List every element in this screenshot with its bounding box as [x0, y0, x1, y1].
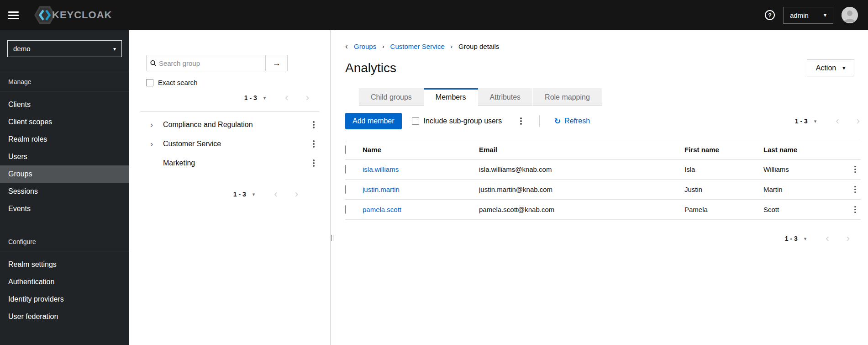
sidebar-item-events[interactable]: Events — [0, 200, 129, 218]
sidebar-item-groups[interactable]: Groups — [0, 165, 129, 183]
realm-selector[interactable]: demo ▾ — [7, 40, 122, 57]
pagination-prev-icon[interactable]: ‹ — [826, 234, 829, 244]
action-label: Action — [816, 64, 836, 72]
tab-child-groups[interactable]: Child groups — [359, 88, 424, 106]
avatar[interactable] — [842, 7, 858, 23]
column-header-email[interactable]: Email — [479, 140, 684, 159]
expand-chevron-icon[interactable]: › — [150, 139, 163, 149]
sidebar-item-realm-settings[interactable]: Realm settings — [0, 256, 129, 273]
member-email: isla.williams@knab.com — [479, 159, 684, 180]
include-subgroups-checkbox[interactable] — [412, 117, 419, 125]
group-tree-list: › Compliance and Regulation › Customer S… — [129, 111, 330, 173]
tree-pagination-bottom: 1 - 3 ▾ ‹ › — [129, 189, 298, 199]
sidebar-item-identity-providers[interactable]: Identity providers — [0, 291, 129, 308]
pagination-prev-icon[interactable]: ‹ — [274, 189, 277, 199]
nav-section-configure: Configure Realm settings Authentication … — [0, 231, 129, 325]
row-kebab-menu-icon[interactable] — [852, 164, 858, 175]
expand-chevron-icon[interactable]: › — [150, 120, 163, 130]
member-username-link[interactable]: justin.martin — [363, 186, 400, 193]
toolbar-kebab-menu-icon[interactable] — [518, 116, 524, 127]
action-dropdown-button[interactable]: Action ▾ — [807, 59, 854, 76]
row-kebab-menu-icon[interactable] — [852, 184, 858, 195]
table-row: justin.martin justin.martin@knab.com Jus… — [345, 180, 861, 200]
breadcrumb-current: Group details — [458, 42, 499, 50]
caret-down-icon[interactable]: ▾ — [804, 236, 807, 242]
caret-down-icon: ▾ — [113, 46, 116, 52]
tree-pagination-top: 1 - 3 ▾ ‹ › — [129, 93, 309, 103]
tabs: Child groups Members Attributes Role map… — [359, 88, 861, 106]
sidebar-item-realm-roles[interactable]: Realm roles — [0, 131, 129, 148]
nav-section-title-manage: Manage — [0, 71, 129, 91]
sidebar-item-sessions[interactable]: Sessions — [0, 183, 129, 200]
pagination-next-icon[interactable]: › — [857, 116, 860, 126]
title-row: Analytics Action ▾ — [345, 59, 861, 76]
row-checkbox[interactable] — [345, 165, 346, 174]
avatar-silhouette-icon — [842, 7, 858, 23]
pagination-next-icon[interactable]: › — [847, 234, 850, 244]
group-name[interactable]: Marketing — [163, 159, 311, 167]
pagination-prev-icon[interactable]: ‹ — [285, 93, 288, 103]
pagination-next-icon[interactable]: › — [306, 93, 309, 103]
panel-resizer-handle[interactable] — [330, 30, 334, 345]
username: admin — [790, 11, 809, 19]
tab-members[interactable]: Members — [424, 88, 478, 106]
toolbar-divider — [539, 115, 540, 127]
sidebar-item-users[interactable]: Users — [0, 148, 129, 165]
tree-item-compliance-and-regulation: › Compliance and Regulation — [129, 115, 330, 134]
user-menu-dropdown[interactable]: admin ▾ — [783, 7, 833, 24]
help-icon[interactable]: ? — [765, 10, 775, 20]
search-icon — [150, 60, 156, 66]
select-all-checkbox[interactable] — [345, 145, 346, 154]
column-header-last-name[interactable]: Last name — [763, 140, 838, 159]
pagination-range: 1 - 3 — [785, 235, 798, 242]
search-submit-button[interactable]: → — [266, 55, 288, 71]
realm-name: demo — [13, 45, 31, 53]
sidebar-item-user-federation[interactable]: User federation — [0, 308, 129, 325]
masthead-left: KEYCLOAK — [8, 5, 112, 25]
sidebar-item-client-scopes[interactable]: Client scopes — [0, 113, 129, 131]
caret-down-icon[interactable]: ▾ — [814, 118, 817, 124]
kebab-menu-icon[interactable] — [311, 119, 316, 130]
group-tree-panel: → Exact search 1 - 3 ▾ ‹ › › Compliance … — [129, 30, 330, 345]
tab-attributes[interactable]: Attributes — [478, 88, 533, 106]
sidebar-item-authentication[interactable]: Authentication — [0, 273, 129, 291]
group-search-row: → — [146, 55, 319, 71]
add-member-button[interactable]: Add member — [345, 113, 402, 129]
refresh-button[interactable]: ↻ Refresh — [554, 117, 590, 126]
breadcrumb-link-customer-service[interactable]: Customer Service — [390, 42, 445, 50]
caret-down-icon[interactable]: ▾ — [263, 95, 266, 101]
arrow-right-icon: → — [273, 58, 281, 68]
group-name[interactable]: Compliance and Regulation — [163, 121, 311, 129]
group-name[interactable]: Customer Service — [163, 140, 311, 148]
breadcrumb-back-icon[interactable]: ‹ — [345, 42, 348, 50]
row-checkbox[interactable] — [345, 185, 346, 194]
members-table: Name Email First name Last name isla.wil… — [345, 140, 861, 220]
tab-role-mapping[interactable]: Role mapping — [532, 88, 602, 106]
column-header-first-name[interactable]: First name — [684, 140, 763, 159]
row-kebab-menu-icon[interactable] — [852, 204, 858, 215]
pagination-prev-icon[interactable]: ‹ — [836, 116, 839, 126]
hamburger-menu-icon[interactable] — [8, 10, 21, 21]
member-username-link[interactable]: isla.williams — [363, 165, 399, 173]
resizer-grip-icon — [331, 235, 333, 241]
page-title: Analytics — [345, 61, 396, 75]
column-header-name[interactable]: Name — [363, 140, 479, 159]
row-checkbox[interactable] — [345, 205, 346, 214]
keycloak-logo: KEYCLOAK — [34, 5, 112, 25]
masthead: KEYCLOAK ? admin ▾ — [0, 0, 868, 30]
pagination-next-icon[interactable]: › — [295, 189, 298, 199]
exact-search-checkbox[interactable] — [146, 79, 153, 86]
kebab-menu-icon[interactable] — [311, 138, 316, 149]
member-first-name: Pamela — [684, 200, 763, 220]
breadcrumb: ‹ Groups › Customer Service › Group deta… — [345, 42, 861, 50]
table-row: isla.williams isla.williams@knab.com Isl… — [345, 159, 861, 180]
breadcrumb-link-groups[interactable]: Groups — [354, 42, 376, 50]
exact-search-row: Exact search — [146, 79, 319, 86]
member-username-link[interactable]: pamela.scott — [363, 206, 401, 213]
include-subgroups-label: Include sub-group users — [424, 117, 502, 125]
caret-down-icon[interactable]: ▾ — [253, 191, 255, 197]
group-search-input[interactable] — [159, 59, 262, 67]
sidebar-item-clients[interactable]: Clients — [0, 96, 129, 113]
kebab-menu-icon[interactable] — [311, 158, 316, 169]
breadcrumb-separator-icon: › — [451, 43, 452, 50]
